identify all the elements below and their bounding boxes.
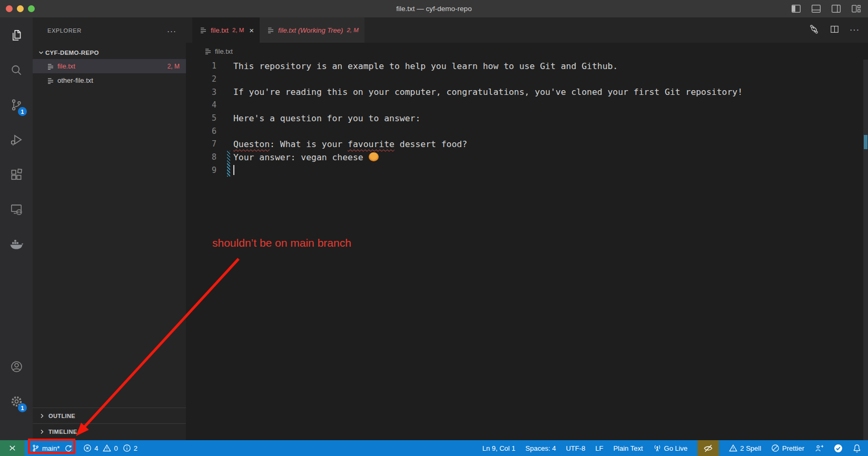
search-icon[interactable]: [0, 53, 33, 88]
repo-section-header[interactable]: CYF-DEMO-REPO: [33, 46, 186, 59]
settings-gear-icon[interactable]: 1: [0, 384, 33, 419]
line-number: 5: [186, 113, 216, 123]
go-live-button[interactable]: Go Live: [653, 444, 688, 452]
customize-layout-icon[interactable]: [852, 5, 861, 13]
status-bar: main* 4 0 2: [0, 440, 868, 456]
text-file-icon: [47, 77, 54, 84]
text-file-icon: [47, 63, 54, 70]
window-controls: [0, 5, 35, 12]
code-line[interactable]: 3 If you're reading this on your compute…: [186, 85, 868, 99]
notifications-bell-icon[interactable]: [853, 444, 861, 453]
broadcast-icon: [653, 444, 662, 452]
editor-group: file.txt 2, M × file.txt (Working Tree) …: [186, 17, 868, 440]
close-window-button[interactable]: [6, 5, 13, 12]
timeline-section-header[interactable]: TIMELINE: [33, 423, 186, 439]
tab-problem-badge: 2, M: [232, 27, 244, 33]
explorer-sidebar: EXPLORER ··· CYF-DEMO-REPO file.txt 2, M…: [33, 17, 186, 440]
split-editor-icon[interactable]: [830, 24, 840, 36]
run-debug-icon[interactable]: [0, 122, 33, 157]
toggle-panel-icon[interactable]: [812, 5, 821, 13]
tab-file-txt[interactable]: file.txt 2, M ×: [192, 17, 260, 43]
text-cursor: [233, 165, 234, 175]
encoding-status[interactable]: UTF-8: [566, 444, 585, 452]
extensions-icon[interactable]: [0, 157, 33, 192]
outline-section-header[interactable]: OUTLINE: [33, 408, 186, 423]
title-bar: file.txt — cyf-demo-repo: [0, 0, 868, 17]
line-number: 7: [186, 139, 216, 149]
toggle-sidebar-icon[interactable]: [792, 5, 801, 13]
tab-file-txt-working-tree[interactable]: file.txt (Working Tree) 2, M: [260, 17, 364, 43]
spell-checker-status[interactable]: 2 Spell: [729, 444, 761, 452]
text-file-icon: [200, 26, 207, 34]
indentation-status[interactable]: Spaces: 4: [526, 444, 556, 452]
cursor-position-status[interactable]: Ln 9, Col 1: [482, 444, 516, 452]
toggle-secondary-sidebar-icon[interactable]: [832, 5, 841, 13]
warning-icon: [729, 444, 737, 452]
git-modified-gutter-marker: [227, 151, 230, 177]
remote-indicator[interactable]: [0, 440, 25, 456]
code-line[interactable]: 2: [186, 73, 868, 86]
text-file-icon: [267, 26, 274, 34]
pie-emoji: [369, 152, 379, 161]
sidebar-more-icon[interactable]: ···: [167, 26, 176, 35]
editor-scrollbar[interactable]: [863, 60, 868, 440]
code-line[interactable]: 9: [186, 164, 868, 177]
breadcrumb: file.txt: [186, 43, 868, 60]
close-tab-icon[interactable]: ×: [249, 26, 254, 34]
git-branch-status[interactable]: main*: [32, 444, 72, 452]
code-line[interactable]: 7 Queston: What is your favourite desser…: [186, 138, 868, 151]
tab-label: file.txt: [211, 26, 229, 34]
tab-problem-badge: 2, M: [347, 27, 358, 33]
spelling-error: favourite: [348, 139, 394, 149]
line-number: 2: [186, 74, 216, 84]
error-icon: [83, 444, 92, 452]
explorer-icon[interactable]: [0, 18, 33, 53]
code-line[interactable]: 8 Your answer: vegan cheese: [186, 151, 868, 164]
eol-status[interactable]: LF: [595, 444, 603, 452]
zoom-window-button[interactable]: [28, 5, 35, 12]
language-mode-status[interactable]: Plain Text: [613, 444, 643, 452]
spelling-error: Queston: [233, 139, 270, 149]
line-number: 9: [186, 166, 216, 175]
eye-off-icon: [703, 443, 713, 453]
settings-badge: 1: [18, 403, 27, 412]
chevron-right-icon: [38, 412, 46, 420]
remote-explorer-icon[interactable]: [0, 192, 33, 227]
code-line[interactable]: 5 Here's a question for you to answer:: [186, 112, 868, 125]
more-actions-icon[interactable]: ···: [850, 25, 860, 35]
chevron-right-icon: [38, 428, 46, 436]
docker-icon[interactable]: [0, 227, 33, 261]
chevron-down-icon: [37, 48, 45, 57]
tab-label: file.txt (Working Tree): [278, 26, 343, 34]
activity-bar: 1: [0, 17, 33, 440]
line-number: 6: [186, 127, 216, 136]
tab-bar: file.txt 2, M × file.txt (Working Tree) …: [186, 17, 868, 43]
line-number: 3: [186, 88, 216, 97]
check-circle-icon[interactable]: [834, 444, 843, 453]
slash-circle-icon: [771, 444, 780, 452]
source-control-badge: 1: [18, 107, 27, 116]
prettier-status[interactable]: Prettier: [771, 444, 804, 452]
git-problem-badge: 2, M: [167, 63, 180, 70]
open-changes-icon[interactable]: [808, 24, 820, 37]
feedback-icon[interactable]: [814, 444, 824, 452]
sync-icon: [64, 444, 72, 452]
code-line[interactable]: 4: [186, 99, 868, 112]
file-row-other-file-txt[interactable]: other-file.txt: [33, 73, 186, 88]
problems-status[interactable]: 4 0 2: [83, 444, 137, 452]
vscode-window: file.txt — cyf-demo-repo: [0, 0, 868, 456]
source-control-icon[interactable]: 1: [0, 88, 33, 122]
remote-icon: [8, 444, 17, 453]
code-line[interactable]: 6: [186, 124, 868, 138]
window-title: file.txt — cyf-demo-repo: [0, 5, 868, 13]
code-line[interactable]: 1 This repository is an example to help …: [186, 60, 868, 73]
branch-icon: [32, 444, 40, 452]
code-area[interactable]: 1 This repository is an example to help …: [186, 60, 868, 177]
file-row-file-txt[interactable]: file.txt 2, M: [33, 59, 186, 73]
highlight-disabled-indicator[interactable]: [697, 440, 719, 456]
accounts-icon[interactable]: [0, 349, 33, 384]
minimize-window-button[interactable]: [17, 5, 24, 12]
text-file-icon: [204, 47, 212, 55]
breadcrumb-item-file[interactable]: file.txt: [215, 47, 233, 55]
sidebar-title: EXPLORER: [47, 27, 82, 34]
